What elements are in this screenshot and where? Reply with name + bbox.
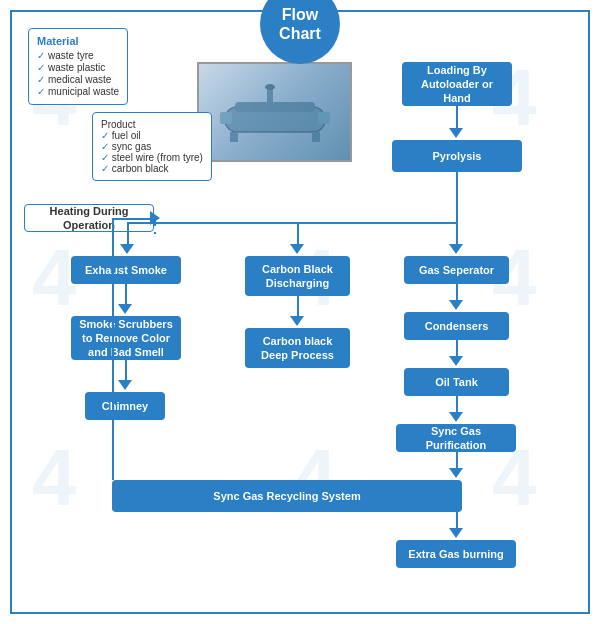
recycling-left-line: [112, 420, 114, 480]
condensers-box: Condensers: [404, 312, 509, 340]
svg-rect-4: [220, 112, 232, 124]
carbon-down-line: [297, 222, 299, 246]
arrow-to-scrubbers: [118, 304, 132, 314]
check-icon: ✓: [37, 86, 45, 97]
carbon-discharging-box: Carbon Black Discharging: [245, 256, 350, 296]
pyrolysis-h-line: [127, 222, 457, 224]
arrow-to-carbon-deep: [290, 316, 304, 326]
check-icon: ✓: [101, 141, 109, 152]
extra-gas-box: Extra Gas burning: [396, 540, 516, 568]
product-item-4: ✓ carbon black: [101, 163, 203, 174]
product-title: Product: [101, 119, 203, 130]
material-item-3: ✓ medical waste: [37, 74, 119, 85]
smoke-scrubbers-box: Smoke Scrubbers to Remove Color and Bad …: [71, 316, 181, 360]
heating-v-conn: [154, 232, 156, 234]
arrow-to-extra-gas: [449, 528, 463, 538]
material-item-1: ✓ waste tyre: [37, 50, 119, 61]
loading-box: Loading By Autoloader or Hand: [402, 62, 512, 106]
pyrolysis-down-line: [456, 172, 458, 222]
exhaust-to-scrubbers-line: [125, 284, 127, 306]
flow-chart-container: 4 4 4 4 4 4 4 4 4 Flow Chart Material ✓ …: [10, 10, 590, 614]
product-item-3: ✓ steel wire (from tyre): [101, 152, 203, 163]
scrubbers-to-chimney-line: [125, 360, 127, 382]
product-item-2: ✓ sync gas: [101, 141, 203, 152]
svg-rect-5: [318, 112, 330, 124]
recycling-to-heating-h-line: [112, 218, 154, 220]
check-icon: ✓: [101, 130, 109, 141]
material-box: Material ✓ waste tyre ✓ waste plastic ✓ …: [28, 28, 128, 105]
svg-rect-1: [235, 102, 315, 112]
check-icon: ✓: [37, 50, 45, 61]
arrow-to-carbon-discharging: [290, 244, 304, 254]
sync-gas-purification-box: Sync Gas Purification: [396, 424, 516, 452]
arrow-to-chimney: [118, 380, 132, 390]
pyrolysis-box: Pyrolysis: [392, 140, 522, 172]
sync-gas-recycling-box: Sync Gas Recycling System: [112, 480, 462, 512]
exhaust-down-line: [127, 222, 129, 246]
arrow-to-syncgas: [449, 412, 463, 422]
gas-separator-box: Gas Seperator: [404, 256, 509, 284]
material-item-2: ✓ waste plastic: [37, 62, 119, 73]
title-circle: Flow Chart: [260, 0, 340, 64]
exhaust-box: Exhaust Smoke: [71, 256, 181, 284]
arrow-to-condensers: [449, 300, 463, 310]
arrow-to-recycling: [449, 468, 463, 478]
svg-point-7: [265, 84, 275, 90]
check-icon: ✓: [101, 163, 109, 174]
check-icon: ✓: [37, 62, 45, 73]
oil-tank-box: Oil Tank: [404, 368, 509, 396]
equipment-image: [197, 62, 352, 162]
arrow-to-exhaust: [120, 244, 134, 254]
arrow-to-gassep: [449, 244, 463, 254]
product-box: Product ✓ fuel oil ✓ sync gas ✓ steel wi…: [92, 112, 212, 181]
check-icon: ✓: [101, 152, 109, 163]
recycling-left-line-2: [112, 218, 114, 422]
chimney-box: Chimney: [85, 392, 165, 420]
arrow-to-heating-right: [150, 211, 160, 225]
material-item-4: ✓ municipal waste: [37, 86, 119, 97]
title-line1: Flow: [282, 5, 318, 24]
material-title: Material: [37, 35, 119, 47]
carbon-deep-box: Carbon black Deep Process: [245, 328, 350, 368]
arrow-to-oiltank: [449, 356, 463, 366]
product-item-1: ✓ fuel oil: [101, 130, 203, 141]
arrow-loading-to-pyrolysis-line: [456, 106, 458, 130]
arrow-loading-to-pyrolysis: [449, 128, 463, 138]
title-line2: Chart: [279, 24, 321, 43]
check-icon: ✓: [37, 74, 45, 85]
carbon-d-to-deep-line: [297, 296, 299, 318]
pyrolysis-to-gassep-line: [456, 222, 458, 246]
svg-rect-2: [230, 132, 238, 142]
svg-rect-3: [312, 132, 320, 142]
